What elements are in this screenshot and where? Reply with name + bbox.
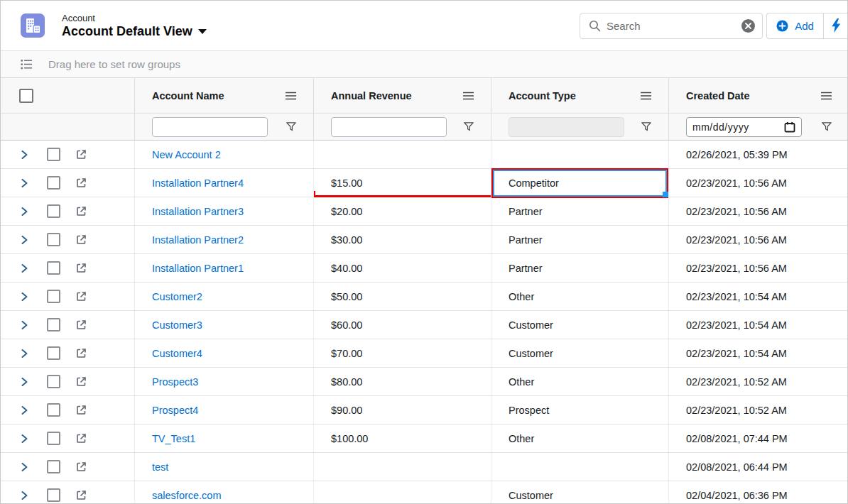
row-checkbox[interactable] — [47, 403, 60, 417]
created-date-cell[interactable]: 02/23/2021, 10:54 AM — [668, 283, 848, 310]
account-name-cell[interactable]: Installation Partner4 — [134, 169, 313, 197]
account-type-cell[interactable]: Customer — [491, 339, 668, 367]
annual-revenue-cell[interactable]: $20.00 — [313, 197, 491, 225]
account-name-link[interactable]: Installation Partner1 — [152, 263, 244, 274]
account-type-cell[interactable]: Partner — [491, 197, 668, 225]
open-record-icon[interactable] — [75, 262, 87, 274]
account-type-cell[interactable]: Partner — [491, 254, 668, 282]
created-date-cell[interactable]: 02/23/2021, 10:52 AM — [668, 368, 848, 395]
column-menu-icon[interactable] — [286, 92, 296, 100]
account-type-cell[interactable]: Prospect — [491, 396, 668, 424]
fill-handle[interactable] — [663, 192, 668, 197]
account-type-cell[interactable]: Customer — [491, 481, 668, 504]
filter-input-account-name[interactable] — [152, 117, 268, 137]
account-name-link[interactable]: Customer2 — [152, 291, 202, 302]
annual-revenue-cell[interactable]: $80.00 — [313, 368, 491, 395]
created-date-cell[interactable]: 02/23/2021, 10:54 AM — [668, 311, 848, 339]
created-date-cell[interactable]: 02/23/2021, 10:56 AM — [668, 226, 848, 253]
account-name-cell[interactable]: Customer2 — [134, 283, 313, 310]
annual-revenue-cell[interactable]: $90.00 — [313, 396, 491, 424]
open-record-icon[interactable] — [75, 376, 87, 388]
lightning-button[interactable] — [824, 13, 847, 38]
expand-row-icon[interactable] — [21, 349, 28, 358]
created-date-cell[interactable]: 02/08/2021, 06:44 PM — [668, 453, 848, 481]
account-name-cell[interactable]: Installation Partner1 — [134, 254, 313, 282]
account-name-link[interactable]: salesforce.com — [152, 490, 222, 501]
open-record-icon[interactable] — [75, 432, 87, 444]
account-name-link[interactable]: Prospect3 — [152, 376, 198, 388]
account-type-cell[interactable]: Other — [491, 368, 668, 395]
expand-row-icon[interactable] — [21, 178, 28, 188]
account-type-cell[interactable]: Other — [491, 424, 668, 452]
expand-row-icon[interactable] — [21, 377, 28, 387]
account-name-link[interactable]: Installation Partner2 — [152, 234, 244, 246]
select-all-checkbox[interactable] — [19, 89, 33, 103]
annual-revenue-cell[interactable]: $30.00 — [313, 226, 491, 253]
row-checkbox[interactable] — [47, 176, 60, 190]
account-name-cell[interactable]: salesforce.com — [134, 481, 313, 504]
filter-date-input[interactable]: mm/dd/yyyy — [686, 117, 802, 137]
row-checkbox[interactable] — [47, 488, 60, 502]
expand-row-icon[interactable] — [21, 207, 28, 217]
expand-row-icon[interactable] — [21, 462, 28, 472]
open-record-icon[interactable] — [75, 234, 87, 246]
header-cell-account-name[interactable]: Account Name — [134, 78, 313, 113]
account-name-cell[interactable]: Installation Partner3 — [134, 197, 313, 225]
view-selector[interactable]: Account Default View — [62, 23, 207, 39]
created-date-cell[interactable]: 02/23/2021, 10:56 AM — [668, 197, 848, 225]
account-name-cell[interactable]: Customer4 — [134, 339, 313, 367]
account-name-link[interactable]: test — [152, 461, 168, 473]
account-type-cell[interactable]: Competitor — [491, 169, 668, 197]
row-groups-dropzone[interactable]: Drag here to set row groups — [1, 51, 847, 78]
row-checkbox[interactable] — [47, 460, 60, 473]
expand-row-icon[interactable] — [21, 491, 28, 500]
created-date-cell[interactable]: 02/26/2021, 05:39 PM — [668, 141, 848, 168]
header-cell-annual-revenue[interactable]: Annual Revenue — [313, 78, 491, 113]
expand-row-icon[interactable] — [21, 235, 28, 245]
expand-row-icon[interactable] — [21, 320, 28, 330]
expand-row-icon[interactable] — [21, 434, 28, 444]
account-name-cell[interactable]: Installation Partner2 — [134, 226, 313, 253]
created-date-cell[interactable]: 02/23/2021, 10:56 AM — [668, 254, 848, 282]
open-record-icon[interactable] — [75, 489, 87, 501]
account-name-link[interactable]: Prospect4 — [152, 405, 198, 416]
filter-funnel-icon[interactable] — [822, 122, 832, 131]
search-input[interactable] — [607, 20, 736, 32]
filter-funnel-icon[interactable] — [641, 122, 651, 131]
created-date-cell[interactable]: 02/23/2021, 10:52 AM — [668, 396, 848, 424]
account-name-link[interactable]: TV_Test1 — [152, 433, 195, 444]
row-checkbox[interactable] — [47, 432, 60, 445]
account-name-cell[interactable]: New Account 2 — [134, 141, 313, 168]
account-type-cell[interactable]: Partner — [491, 226, 668, 253]
open-record-icon[interactable] — [75, 177, 87, 189]
open-record-icon[interactable] — [75, 148, 87, 160]
annual-revenue-cell[interactable]: $40.00 — [313, 254, 491, 282]
created-date-cell[interactable]: 02/08/2021, 07:44 PM — [668, 424, 848, 452]
open-record-icon[interactable] — [75, 290, 87, 302]
add-button[interactable]: Add — [767, 13, 823, 38]
account-name-cell[interactable]: TV_Test1 — [134, 424, 313, 452]
row-checkbox[interactable] — [47, 148, 60, 161]
created-date-cell[interactable]: 02/04/2021, 06:36 PM — [668, 481, 848, 504]
row-checkbox[interactable] — [47, 290, 60, 303]
expand-row-icon[interactable] — [21, 405, 28, 415]
open-record-icon[interactable] — [75, 347, 87, 359]
row-checkbox[interactable] — [47, 318, 60, 332]
created-date-cell[interactable]: 02/23/2021, 10:56 AM — [668, 169, 848, 197]
filter-input-annual-revenue[interactable] — [331, 117, 447, 137]
open-record-icon[interactable] — [75, 205, 87, 217]
account-name-cell[interactable]: test — [134, 453, 313, 481]
row-checkbox[interactable] — [47, 204, 60, 218]
open-record-icon[interactable] — [75, 319, 87, 331]
account-type-cell[interactable] — [491, 141, 668, 168]
row-checkbox[interactable] — [47, 233, 60, 246]
row-checkbox[interactable] — [47, 261, 60, 275]
header-cell-created-date[interactable]: Created Date — [668, 78, 848, 113]
column-menu-icon[interactable] — [463, 92, 474, 100]
annual-revenue-cell[interactable]: $50.00 — [313, 283, 491, 310]
annual-revenue-cell[interactable] — [313, 481, 491, 504]
account-name-cell[interactable]: Prospect3 — [134, 368, 313, 395]
account-name-link[interactable]: Customer4 — [152, 348, 202, 359]
filter-funnel-icon[interactable] — [464, 122, 474, 131]
row-checkbox[interactable] — [47, 375, 60, 388]
